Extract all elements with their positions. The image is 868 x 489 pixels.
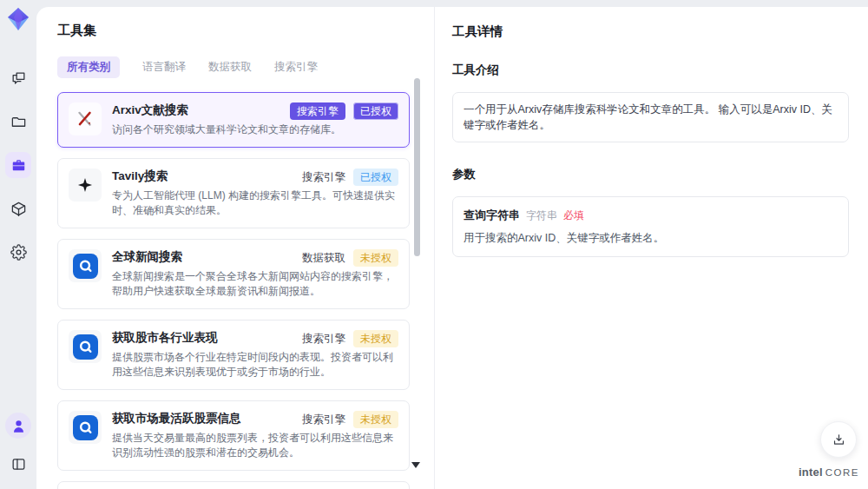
intel-core-logo: intel CORE [799, 466, 859, 479]
scrollbar-thumb[interactable] [414, 78, 420, 256]
tool-description: 全球新闻搜索是一个聚合全球各大新闻网站内容的搜索引擎，帮助用户快速获取全球最新资… [112, 269, 398, 299]
tool-detail-panel: 工具详情 工具介绍 一个用于从Arxiv存储库搜索科学论文和文章的工具。 输入可… [434, 7, 868, 489]
blue-search-icon [69, 330, 102, 363]
tab-all-categories[interactable]: 所有类别 [57, 56, 120, 78]
category-badge: 搜索引擎 [302, 170, 345, 185]
sidebar [0, 0, 36, 489]
tool-card[interactable]: 获取市场最活跃股票信息 提供当天交易量最高的股票列表，投资者可以利用这些信息来识… [57, 400, 410, 471]
folder-icon[interactable] [5, 109, 31, 135]
tool-card[interactable]: 获取股市各行业表现 提供股票市场各个行业在特定时间段内的表现。投资者可以利用这些… [57, 320, 410, 390]
package-icon[interactable] [5, 195, 31, 221]
tool-description: 访问各个研究领域大量科学论文和文章的存储库。 [112, 122, 398, 137]
main-surface: 工具集 所有类别 语言翻译 数据获取 搜索引擎 Arxiv文献搜索 访问各个研究… [36, 7, 868, 489]
app-logo-icon [5, 6, 31, 32]
sparkle-icon [69, 169, 102, 202]
tab-language-translation[interactable]: 语言翻译 [142, 56, 186, 78]
toolbox-icon[interactable] [5, 152, 31, 178]
auth-status-badge: 未授权 [353, 411, 398, 428]
tools-panel: 工具集 所有类别 语言翻译 数据获取 搜索引擎 Arxiv文献搜索 访问各个研究… [36, 7, 434, 489]
tool-card[interactable]: Tavily搜索 专为人工智能代理 (LLM) 构建的搜索引擎工具。可快速提供实… [57, 158, 410, 228]
param-description: 用于搜索的Arxiv ID、关键字或作者姓名。 [464, 231, 838, 246]
blue-search-icon [69, 411, 102, 444]
tool-description: 专为人工智能代理 (LLM) 构建的搜索引擎工具。可快速提供实时、准确和真实的结… [112, 188, 398, 218]
tab-data-fetch[interactable]: 数据获取 [208, 56, 252, 78]
blue-search-icon [69, 249, 102, 282]
category-badge: 数据获取 [302, 251, 345, 266]
param-card: 查询字符串 字符串 必填 用于搜索的Arxiv ID、关键字或作者姓名。 [452, 196, 849, 257]
tool-card[interactable]: 万维地区新闻查询 查询具体行政区划内的新闻，快速了解各地新闻动 搜索引擎 未授权 [57, 481, 410, 489]
category-tabs: 所有类别 语言翻译 数据获取 搜索引擎 [57, 56, 410, 78]
arxiv-icon [69, 102, 102, 135]
intro-heading: 工具介绍 [452, 63, 849, 78]
category-badge: 搜索引擎 [302, 332, 345, 347]
chat-icon[interactable] [5, 65, 31, 91]
auth-status-badge: 未授权 [353, 330, 398, 347]
download-button[interactable] [820, 421, 857, 458]
layout-panel-icon[interactable] [5, 451, 31, 477]
auth-status-badge: 已授权 [353, 169, 398, 186]
sidebar-nav [5, 65, 31, 265]
auth-status-badge: 未授权 [353, 249, 398, 267]
tab-search-engine[interactable]: 搜索引擎 [274, 56, 318, 78]
app-window: 工具集 所有类别 语言翻译 数据获取 搜索引擎 Arxiv文献搜索 访问各个研究… [0, 0, 868, 489]
tool-description: 提供当天交易量最高的股票列表，投资者可以利用这些信息来识别流动性强的股票和潜在的… [112, 431, 398, 460]
tool-card[interactable]: Arxiv文献搜索 访问各个研究领域大量科学论文和文章的存储库。 搜索引擎 已授… [57, 92, 410, 148]
scroll-down-arrow-icon[interactable] [411, 462, 420, 468]
tool-card[interactable]: 全球新闻搜索 全球新闻搜索是一个聚合全球各大新闻网站内容的搜索引擎，帮助用户快速… [57, 239, 410, 309]
tool-list: Arxiv文献搜索 访问各个研究领域大量科学论文和文章的存储库。 搜索引擎 已授… [57, 92, 410, 489]
category-badge: 搜索引擎 [290, 102, 345, 120]
auth-status-badge: 已授权 [353, 102, 398, 120]
param-type: 字符串 [526, 208, 557, 223]
sidebar-bottom [5, 413, 31, 477]
param-required-flag: 必填 [563, 208, 584, 223]
detail-title: 工具详情 [452, 23, 849, 40]
page-title: 工具集 [57, 23, 410, 39]
params-heading: 参数 [452, 167, 849, 182]
tool-description: 提供股票市场各个行业在特定时间段内的表现。投资者可以利用这些信息来识别表现优于或… [112, 350, 398, 380]
settings-icon[interactable] [5, 239, 31, 265]
list-scrollbar[interactable] [414, 71, 420, 482]
param-name: 查询字符串 [464, 208, 520, 223]
category-badge: 搜索引擎 [302, 413, 345, 427]
user-avatar-icon[interactable] [5, 413, 31, 439]
download-icon [832, 433, 846, 447]
intro-text-box: 一个用于从Arxiv存储库搜索科学论文和文章的工具。 输入可以是Arxiv ID… [452, 92, 849, 142]
